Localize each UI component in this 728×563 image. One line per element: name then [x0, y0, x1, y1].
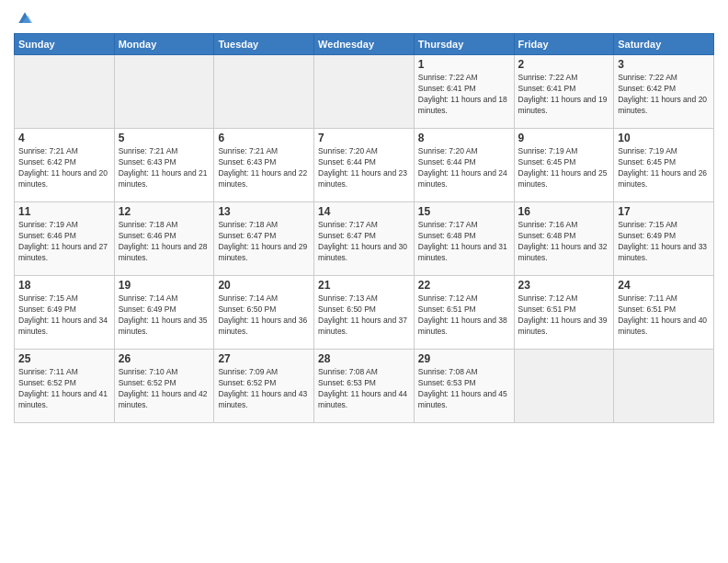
day-cell: 6Sunrise: 7:21 AM Sunset: 6:43 PM Daylig…: [214, 129, 314, 202]
day-info: Sunrise: 7:22 AM Sunset: 6:41 PM Dayligh…: [518, 73, 610, 117]
day-info: Sunrise: 7:18 AM Sunset: 6:46 PM Dayligh…: [119, 220, 210, 264]
day-cell: 3Sunrise: 7:22 AM Sunset: 6:42 PM Daylig…: [614, 55, 714, 129]
day-number: 1: [418, 58, 510, 71]
day-info: Sunrise: 7:16 AM Sunset: 6:48 PM Dayligh…: [518, 220, 610, 264]
day-cell: 9Sunrise: 7:19 AM Sunset: 6:45 PM Daylig…: [514, 129, 614, 202]
week-row-0: 1Sunrise: 7:22 AM Sunset: 6:41 PM Daylig…: [15, 55, 714, 129]
day-cell: 8Sunrise: 7:20 AM Sunset: 6:44 PM Daylig…: [414, 129, 514, 202]
day-cell: [214, 55, 314, 129]
day-number: 18: [18, 279, 110, 292]
day-number: 3: [618, 58, 710, 71]
day-info: Sunrise: 7:15 AM Sunset: 6:49 PM Dayligh…: [618, 220, 710, 264]
day-info: Sunrise: 7:19 AM Sunset: 6:45 PM Dayligh…: [518, 146, 610, 190]
col-header-sunday: Sunday: [15, 34, 115, 55]
day-info: Sunrise: 7:11 AM Sunset: 6:51 PM Dayligh…: [618, 293, 710, 338]
day-info: Sunrise: 7:19 AM Sunset: 6:45 PM Dayligh…: [618, 146, 710, 190]
day-number: 29: [418, 352, 510, 365]
day-cell: [614, 350, 714, 423]
day-number: 9: [518, 132, 610, 144]
logo: [14, 9, 34, 28]
col-header-wednesday: Wednesday: [314, 34, 415, 55]
header-row: SundayMondayTuesdayWednesdayThursdayFrid…: [15, 34, 714, 55]
day-number: 26: [119, 352, 210, 365]
day-number: 27: [218, 352, 310, 365]
day-number: 4: [18, 132, 110, 144]
day-info: Sunrise: 7:20 AM Sunset: 6:44 PM Dayligh…: [318, 146, 410, 190]
day-info: Sunrise: 7:12 AM Sunset: 6:51 PM Dayligh…: [518, 293, 610, 338]
day-cell: 11Sunrise: 7:19 AM Sunset: 6:46 PM Dayli…: [15, 202, 115, 276]
day-info: Sunrise: 7:14 AM Sunset: 6:50 PM Dayligh…: [218, 293, 310, 338]
day-cell: [514, 350, 614, 423]
day-info: Sunrise: 7:09 AM Sunset: 6:52 PM Dayligh…: [218, 367, 310, 411]
day-cell: 18Sunrise: 7:15 AM Sunset: 6:49 PM Dayli…: [15, 276, 115, 350]
day-info: Sunrise: 7:21 AM Sunset: 6:42 PM Dayligh…: [18, 146, 110, 190]
week-row-4: 25Sunrise: 7:11 AM Sunset: 6:52 PM Dayli…: [15, 350, 714, 423]
day-number: 20: [218, 279, 310, 292]
day-cell: 28Sunrise: 7:08 AM Sunset: 6:53 PM Dayli…: [314, 350, 415, 423]
col-header-tuesday: Tuesday: [214, 34, 314, 55]
day-cell: 2Sunrise: 7:22 AM Sunset: 6:41 PM Daylig…: [514, 55, 614, 129]
day-cell: 20Sunrise: 7:14 AM Sunset: 6:50 PM Dayli…: [214, 276, 314, 350]
col-header-thursday: Thursday: [414, 34, 514, 55]
col-header-friday: Friday: [514, 34, 614, 55]
day-info: Sunrise: 7:13 AM Sunset: 6:50 PM Dayligh…: [318, 293, 410, 338]
day-number: 13: [218, 205, 310, 218]
day-number: 10: [618, 132, 710, 144]
day-info: Sunrise: 7:11 AM Sunset: 6:52 PM Dayligh…: [18, 367, 110, 411]
day-number: 22: [418, 279, 510, 292]
day-cell: 17Sunrise: 7:15 AM Sunset: 6:49 PM Dayli…: [614, 202, 714, 276]
day-info: Sunrise: 7:17 AM Sunset: 6:48 PM Dayligh…: [418, 220, 510, 264]
day-info: Sunrise: 7:19 AM Sunset: 6:46 PM Dayligh…: [18, 220, 110, 264]
day-cell: 19Sunrise: 7:14 AM Sunset: 6:49 PM Dayli…: [114, 276, 214, 350]
page: SundayMondayTuesdayWednesdayThursdayFrid…: [0, 0, 728, 563]
day-number: 25: [18, 352, 110, 365]
day-cell: 14Sunrise: 7:17 AM Sunset: 6:47 PM Dayli…: [314, 202, 415, 276]
day-info: Sunrise: 7:21 AM Sunset: 6:43 PM Dayligh…: [119, 146, 210, 190]
col-header-saturday: Saturday: [614, 34, 714, 55]
day-number: 19: [119, 279, 210, 292]
day-info: Sunrise: 7:10 AM Sunset: 6:52 PM Dayligh…: [119, 367, 210, 411]
day-cell: 7Sunrise: 7:20 AM Sunset: 6:44 PM Daylig…: [314, 129, 415, 202]
day-cell: 4Sunrise: 7:21 AM Sunset: 6:42 PM Daylig…: [15, 129, 115, 202]
day-cell: 13Sunrise: 7:18 AM Sunset: 6:47 PM Dayli…: [214, 202, 314, 276]
day-cell: 16Sunrise: 7:16 AM Sunset: 6:48 PM Dayli…: [514, 202, 614, 276]
day-number: 6: [218, 132, 310, 144]
day-cell: 29Sunrise: 7:08 AM Sunset: 6:53 PM Dayli…: [414, 350, 514, 423]
day-info: Sunrise: 7:12 AM Sunset: 6:51 PM Dayligh…: [418, 293, 510, 338]
day-info: Sunrise: 7:08 AM Sunset: 6:53 PM Dayligh…: [318, 367, 410, 411]
day-cell: 27Sunrise: 7:09 AM Sunset: 6:52 PM Dayli…: [214, 350, 314, 423]
day-cell: 12Sunrise: 7:18 AM Sunset: 6:46 PM Dayli…: [114, 202, 214, 276]
col-header-monday: Monday: [114, 34, 214, 55]
day-number: 12: [119, 205, 210, 218]
day-cell: 1Sunrise: 7:22 AM Sunset: 6:41 PM Daylig…: [414, 55, 514, 129]
day-info: Sunrise: 7:18 AM Sunset: 6:47 PM Dayligh…: [218, 220, 310, 264]
day-info: Sunrise: 7:08 AM Sunset: 6:53 PM Dayligh…: [418, 367, 510, 411]
day-cell: 22Sunrise: 7:12 AM Sunset: 6:51 PM Dayli…: [414, 276, 514, 350]
day-cell: [114, 55, 214, 129]
day-cell: 21Sunrise: 7:13 AM Sunset: 6:50 PM Dayli…: [314, 276, 415, 350]
day-cell: 10Sunrise: 7:19 AM Sunset: 6:45 PM Dayli…: [614, 129, 714, 202]
day-cell: [15, 55, 115, 129]
day-cell: 15Sunrise: 7:17 AM Sunset: 6:48 PM Dayli…: [414, 202, 514, 276]
day-cell: 23Sunrise: 7:12 AM Sunset: 6:51 PM Dayli…: [514, 276, 614, 350]
calendar-table: SundayMondayTuesdayWednesdayThursdayFrid…: [14, 33, 714, 423]
day-info: Sunrise: 7:22 AM Sunset: 6:42 PM Dayligh…: [618, 73, 710, 117]
day-number: 11: [18, 205, 110, 218]
week-row-3: 18Sunrise: 7:15 AM Sunset: 6:49 PM Dayli…: [15, 276, 714, 350]
day-cell: 25Sunrise: 7:11 AM Sunset: 6:52 PM Dayli…: [15, 350, 115, 423]
logo-icon: [16, 9, 34, 28]
day-number: 28: [318, 352, 410, 365]
day-number: 17: [618, 205, 710, 218]
day-number: 7: [318, 132, 410, 144]
day-number: 8: [418, 132, 510, 144]
day-number: 5: [119, 132, 210, 144]
day-info: Sunrise: 7:14 AM Sunset: 6:49 PM Dayligh…: [119, 293, 210, 338]
day-cell: 5Sunrise: 7:21 AM Sunset: 6:43 PM Daylig…: [114, 129, 214, 202]
day-info: Sunrise: 7:20 AM Sunset: 6:44 PM Dayligh…: [418, 146, 510, 190]
week-row-2: 11Sunrise: 7:19 AM Sunset: 6:46 PM Dayli…: [15, 202, 714, 276]
day-info: Sunrise: 7:15 AM Sunset: 6:49 PM Dayligh…: [18, 293, 110, 338]
day-number: 14: [318, 205, 410, 218]
day-number: 21: [318, 279, 410, 292]
day-number: 23: [518, 279, 610, 292]
header: [14, 9, 714, 28]
